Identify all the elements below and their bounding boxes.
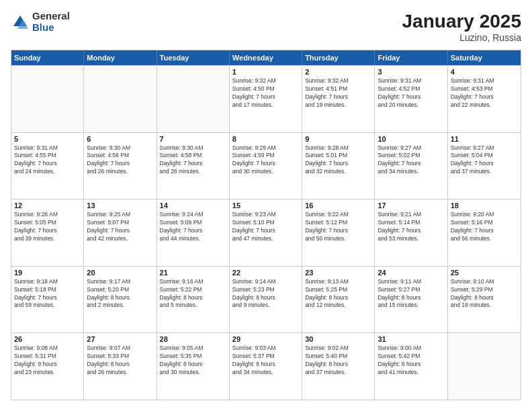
weekday-header-tuesday: Tuesday: [157, 50, 230, 65]
day-cell-27: 27Sunrise: 9:07 AM Sunset: 5:33 PM Dayli…: [84, 333, 157, 400]
day-cell-empty: [157, 66, 230, 132]
day-info: Sunrise: 9:24 AM Sunset: 5:09 PM Dayligh…: [160, 211, 226, 243]
day-number: 25: [451, 269, 518, 277]
calendar: SundayMondayTuesdayWednesdayThursdayFrid…: [11, 50, 521, 400]
day-number: 21: [160, 269, 226, 277]
day-info: Sunrise: 9:18 AM Sunset: 5:18 PM Dayligh…: [14, 278, 81, 310]
day-number: 24: [378, 269, 444, 277]
day-number: 16: [305, 201, 371, 210]
day-cell-1: 1Sunrise: 9:32 AM Sunset: 4:50 PM Daylig…: [230, 66, 302, 132]
day-cell-23: 23Sunrise: 9:13 AM Sunset: 5:25 PM Dayli…: [302, 267, 375, 333]
day-cell-13: 13Sunrise: 9:25 AM Sunset: 5:07 PM Dayli…: [84, 199, 157, 266]
calendar-row-5: 26Sunrise: 9:08 AM Sunset: 5:31 PM Dayli…: [11, 332, 521, 400]
day-info: Sunrise: 9:31 AM Sunset: 4:52 PM Dayligh…: [378, 77, 444, 109]
day-cell-14: 14Sunrise: 9:24 AM Sunset: 5:09 PM Dayli…: [157, 199, 230, 266]
day-number: 22: [232, 269, 299, 277]
day-cell-29: 29Sunrise: 9:03 AM Sunset: 5:37 PM Dayli…: [230, 333, 302, 400]
calendar-title: January 2025: [402, 11, 521, 32]
day-cell-11: 11Sunrise: 9:27 AM Sunset: 5:04 PM Dayli…: [448, 133, 521, 199]
day-info: Sunrise: 9:14 AM Sunset: 5:23 PM Dayligh…: [232, 278, 299, 310]
logo: General Blue: [11, 11, 70, 33]
day-number: 8: [232, 135, 299, 143]
day-info: Sunrise: 9:26 AM Sunset: 5:05 PM Dayligh…: [14, 211, 81, 243]
weekday-header-wednesday: Wednesday: [230, 50, 302, 65]
calendar-row-4: 19Sunrise: 9:18 AM Sunset: 5:18 PM Dayli…: [11, 266, 521, 333]
day-number: 4: [451, 68, 518, 76]
day-info: Sunrise: 9:32 AM Sunset: 4:50 PM Dayligh…: [232, 77, 299, 109]
logo-general-text: General: [32, 11, 70, 22]
calendar-subtitle: Luzino, Russia: [402, 32, 521, 43]
day-cell-12: 12Sunrise: 9:26 AM Sunset: 5:05 PM Dayli…: [11, 199, 84, 266]
day-cell-3: 3Sunrise: 9:31 AM Sunset: 4:52 PM Daylig…: [375, 66, 447, 132]
day-cell-20: 20Sunrise: 9:17 AM Sunset: 5:20 PM Dayli…: [84, 267, 157, 333]
day-info: Sunrise: 9:23 AM Sunset: 5:10 PM Dayligh…: [232, 211, 299, 243]
title-block: January 2025 Luzino, Russia: [402, 11, 521, 43]
day-info: Sunrise: 9:32 AM Sunset: 4:51 PM Dayligh…: [305, 77, 371, 109]
day-info: Sunrise: 9:20 AM Sunset: 5:16 PM Dayligh…: [451, 211, 518, 243]
day-info: Sunrise: 9:31 AM Sunset: 4:55 PM Dayligh…: [14, 144, 81, 177]
day-cell-empty: [448, 333, 521, 400]
calendar-header: SundayMondayTuesdayWednesdayThursdayFrid…: [11, 50, 521, 65]
day-number: 7: [160, 135, 226, 143]
day-info: Sunrise: 9:08 AM Sunset: 5:31 PM Dayligh…: [14, 345, 81, 377]
day-number: 11: [451, 135, 518, 143]
day-info: Sunrise: 9:31 AM Sunset: 4:53 PM Dayligh…: [451, 77, 518, 109]
day-info: Sunrise: 9:21 AM Sunset: 5:14 PM Dayligh…: [378, 211, 444, 243]
day-info: Sunrise: 9:16 AM Sunset: 5:22 PM Dayligh…: [160, 278, 226, 310]
weekday-header-sunday: Sunday: [11, 50, 84, 65]
day-number: 6: [87, 135, 153, 143]
day-number: 9: [305, 135, 371, 143]
day-number: 15: [232, 201, 299, 210]
day-cell-31: 31Sunrise: 9:00 AM Sunset: 5:42 PM Dayli…: [375, 333, 447, 400]
calendar-row-1: 1Sunrise: 9:32 AM Sunset: 4:50 PM Daylig…: [11, 65, 521, 132]
day-info: Sunrise: 9:25 AM Sunset: 5:07 PM Dayligh…: [87, 211, 153, 243]
day-number: 1: [232, 68, 299, 76]
day-number: 31: [378, 335, 444, 343]
day-info: Sunrise: 9:30 AM Sunset: 4:56 PM Dayligh…: [87, 144, 153, 177]
day-cell-2: 2Sunrise: 9:32 AM Sunset: 4:51 PM Daylig…: [302, 66, 375, 132]
day-cell-empty: [84, 66, 157, 132]
day-cell-24: 24Sunrise: 9:11 AM Sunset: 5:27 PM Dayli…: [375, 267, 447, 333]
day-number: 28: [160, 335, 226, 343]
day-cell-9: 9Sunrise: 9:28 AM Sunset: 5:01 PM Daylig…: [302, 133, 375, 199]
header: General Blue January 2025 Luzino, Russia: [11, 11, 521, 43]
day-info: Sunrise: 9:29 AM Sunset: 4:59 PM Dayligh…: [232, 144, 299, 177]
day-cell-7: 7Sunrise: 9:30 AM Sunset: 4:58 PM Daylig…: [157, 133, 230, 199]
day-cell-26: 26Sunrise: 9:08 AM Sunset: 5:31 PM Dayli…: [11, 333, 84, 400]
logo-icon: [11, 13, 30, 32]
day-number: 18: [451, 201, 518, 210]
day-number: 30: [305, 335, 371, 343]
day-number: 14: [160, 201, 226, 210]
day-info: Sunrise: 9:02 AM Sunset: 5:40 PM Dayligh…: [305, 345, 371, 377]
day-cell-6: 6Sunrise: 9:30 AM Sunset: 4:56 PM Daylig…: [84, 133, 157, 199]
day-info: Sunrise: 9:27 AM Sunset: 5:02 PM Dayligh…: [378, 144, 444, 177]
day-cell-21: 21Sunrise: 9:16 AM Sunset: 5:22 PM Dayli…: [157, 267, 230, 333]
calendar-row-3: 12Sunrise: 9:26 AM Sunset: 5:05 PM Dayli…: [11, 199, 521, 266]
day-cell-30: 30Sunrise: 9:02 AM Sunset: 5:40 PM Dayli…: [302, 333, 375, 400]
day-number: 3: [378, 68, 444, 76]
day-info: Sunrise: 9:11 AM Sunset: 5:27 PM Dayligh…: [378, 278, 444, 310]
day-info: Sunrise: 9:05 AM Sunset: 5:35 PM Dayligh…: [160, 345, 226, 377]
day-number: 17: [378, 201, 444, 210]
day-number: 5: [14, 135, 81, 143]
day-number: 20: [87, 269, 153, 277]
weekday-header-friday: Friday: [375, 50, 447, 65]
logo-text: General Blue: [32, 11, 70, 33]
day-number: 12: [14, 201, 81, 210]
day-cell-10: 10Sunrise: 9:27 AM Sunset: 5:02 PM Dayli…: [375, 133, 447, 199]
day-cell-16: 16Sunrise: 9:22 AM Sunset: 5:12 PM Dayli…: [302, 199, 375, 266]
day-cell-4: 4Sunrise: 9:31 AM Sunset: 4:53 PM Daylig…: [448, 66, 521, 132]
day-cell-17: 17Sunrise: 9:21 AM Sunset: 5:14 PM Dayli…: [375, 199, 447, 266]
weekday-header-thursday: Thursday: [302, 50, 375, 65]
day-number: 19: [14, 269, 81, 277]
day-cell-19: 19Sunrise: 9:18 AM Sunset: 5:18 PM Dayli…: [11, 267, 84, 333]
day-cell-8: 8Sunrise: 9:29 AM Sunset: 4:59 PM Daylig…: [230, 133, 302, 199]
weekday-header-monday: Monday: [84, 50, 157, 65]
page: General Blue January 2025 Luzino, Russia…: [0, 0, 532, 411]
day-cell-25: 25Sunrise: 9:10 AM Sunset: 5:29 PM Dayli…: [448, 267, 521, 333]
day-info: Sunrise: 9:00 AM Sunset: 5:42 PM Dayligh…: [378, 345, 444, 377]
day-info: Sunrise: 9:17 AM Sunset: 5:20 PM Dayligh…: [87, 278, 153, 310]
day-cell-28: 28Sunrise: 9:05 AM Sunset: 5:35 PM Dayli…: [157, 333, 230, 400]
logo-blue-text: Blue: [32, 22, 70, 34]
day-info: Sunrise: 9:30 AM Sunset: 4:58 PM Dayligh…: [160, 144, 226, 177]
